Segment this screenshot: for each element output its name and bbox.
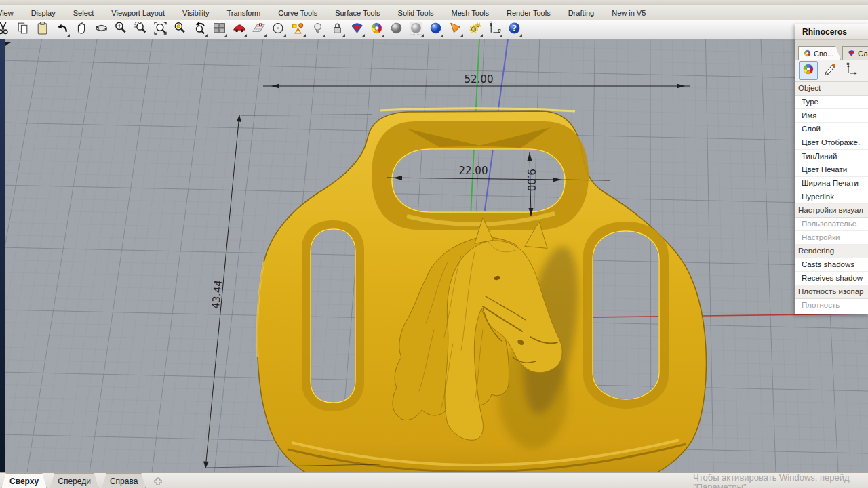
menu-tab-label: Solid Tools [398, 9, 434, 17]
undo-view-button[interactable] [191, 20, 208, 38]
window-top-strip [0, 0, 868, 5]
copy-button[interactable] [14, 20, 31, 38]
panel-title[interactable]: Rhinoceros [795, 24, 868, 40]
shaded-viewport-button[interactable] [387, 20, 405, 38]
property-row-hyperlink[interactable]: Hyperlink [795, 190, 868, 204]
menu-tab-solid-tools[interactable]: Solid Tools [389, 5, 443, 20]
view-tab-сверху[interactable]: Сверху [0, 473, 48, 488]
options-gears-button[interactable] [466, 20, 484, 38]
zoom-dynamic-icon [114, 21, 128, 38]
object-snap-icon [291, 21, 305, 38]
material-brush-button[interactable] [821, 61, 840, 80]
view-tabs: СверхуСпередиСправа [0, 473, 147, 488]
help-button[interactable]: ? [505, 20, 523, 38]
property-row-ширина-печати[interactable]: Ширина Печати [795, 177, 868, 190]
panel-tab-label: Сво... [814, 49, 833, 58]
pan-button[interactable] [73, 20, 90, 38]
zoom-dynamic-button[interactable] [112, 20, 130, 38]
paste-button[interactable] [33, 20, 51, 38]
zoom-extents-icon [153, 21, 167, 38]
view-tab-справа[interactable]: Справа [100, 473, 147, 488]
menu-tab-label: Surface Tools [335, 9, 380, 17]
property-row-receives-shadow[interactable]: Receives shadow [795, 272, 868, 285]
cplane-icon [252, 21, 266, 38]
cplane-button[interactable] [250, 20, 267, 38]
material-brush-icon [823, 62, 837, 79]
undo-view-icon [193, 21, 207, 38]
lamp-button[interactable] [309, 20, 326, 38]
property-row-rendering: Rendering [795, 245, 868, 258]
zoom-selected-button[interactable] [171, 20, 189, 38]
ghosted-viewport-button[interactable] [407, 20, 425, 38]
watermark-line-2: "Параметры". [693, 483, 868, 488]
rendered-viewport-button[interactable] [427, 20, 444, 38]
undo-button[interactable] [53, 20, 71, 38]
menu-tab-curve-tools[interactable]: Curve Tools [269, 5, 326, 20]
spotlight-button[interactable] [446, 20, 464, 38]
zoom-extents-button[interactable] [151, 20, 169, 38]
view-tab-label: Спереди [58, 476, 91, 486]
properties-panel: Rhinoceros Сво...Сло... ObjectTypeИмяСло… [795, 24, 868, 314]
render-flamingo-button[interactable] [348, 20, 366, 38]
property-row-имя[interactable]: Имя [795, 109, 868, 123]
dimension-button[interactable] [486, 20, 503, 38]
menu-tab-label: Drafting [568, 9, 595, 17]
color-wheel-small-icon [803, 49, 812, 58]
menu-tab-new-in-v5[interactable]: New in V5 [603, 5, 654, 20]
circle-center-icon [271, 21, 285, 38]
property-row-плотность[interactable]: Плотность [795, 299, 868, 312]
menu-tab-mesh-tools[interactable]: Mesh Tools [443, 5, 498, 20]
property-row-слой[interactable]: Слой [795, 123, 868, 136]
property-row-цвет-печати[interactable]: Цвет Печати [795, 163, 868, 177]
view-tab-спереди[interactable]: Спереди [48, 473, 100, 488]
properties-grid: ObjectTypeИмяСлойЦвет Отображе.ТипЛинийЦ… [795, 82, 868, 314]
property-row-цвет-отображе-[interactable]: Цвет Отображе. [795, 136, 868, 150]
panel-tab-strip: Сво...Сло... [795, 40, 868, 60]
menu-tab-bar: ViewDisplaySelectViewport LayoutVisibili… [0, 5, 868, 20]
shaded-viewport-icon [389, 21, 403, 38]
property-row-object: Object [795, 82, 868, 96]
dim-slot-height-label: 9.00 [525, 169, 537, 191]
dimension-icon [488, 21, 502, 38]
panel-tab-properties[interactable]: Сво... [798, 46, 841, 60]
menu-tab-view[interactable]: View [0, 5, 22, 20]
view-tab-label: Сверху [9, 476, 39, 486]
menu-tab-label: Viewport Layout [111, 9, 165, 17]
menu-tab-surface-tools[interactable]: Surface Tools [326, 5, 389, 20]
undo-icon [55, 21, 69, 38]
cut-button[interactable] [0, 20, 12, 38]
menu-tab-transform[interactable]: Transform [218, 5, 270, 20]
rotate-view-button[interactable] [92, 20, 110, 38]
viewport-layout-button[interactable] [210, 20, 228, 38]
menu-tab-visibility[interactable]: Visibility [174, 5, 218, 20]
property-row-casts-shadows[interactable]: Casts shadows [795, 258, 868, 272]
menu-tab-drafting[interactable]: Drafting [559, 5, 604, 20]
rotate-view-icon [94, 21, 108, 38]
panel-tab-label: Сло... [858, 49, 868, 58]
windows-activation-watermark: Чтобы активировать Windows, перейд "Пара… [693, 473, 868, 488]
menu-tab-viewport-layout[interactable]: Viewport Layout [102, 5, 174, 20]
viewport-corner-chevron-icon[interactable] [5, 42, 11, 46]
perspective-viewport[interactable]: 52.00 43.44 22.00 9.00 Активаци [0, 39, 868, 472]
property-row-типлиний[interactable]: ТипЛиний [795, 150, 868, 163]
circle-center-button[interactable] [269, 20, 287, 38]
property-row-type[interactable]: Type [795, 96, 868, 109]
property-row-настройки[interactable]: Настройки [795, 231, 868, 245]
object-snap-button[interactable] [289, 20, 307, 38]
color-wheel-button[interactable] [368, 20, 385, 38]
panel-tab-layers[interactable]: Сло... [842, 46, 868, 60]
rendered-viewport-icon [429, 21, 443, 38]
menu-tab-label: Transform [227, 9, 261, 17]
menu-tab-select[interactable]: Select [64, 5, 103, 20]
dimension-style-button[interactable] [842, 61, 861, 80]
menu-tab-label: View [0, 9, 14, 17]
lock-button[interactable] [328, 20, 346, 38]
menu-tab-render-tools[interactable]: Render Tools [498, 5, 559, 20]
properties-color-wheel-button[interactable] [799, 61, 818, 80]
new-viewport-tab-button[interactable] [147, 473, 169, 488]
zoom-window-button[interactable] [132, 20, 149, 38]
main-toolbar: ? [0, 20, 868, 39]
property-row-пользовательс-[interactable]: Пользовательс. [795, 218, 868, 231]
car-button[interactable] [230, 20, 248, 38]
menu-tab-display[interactable]: Display [22, 5, 64, 20]
